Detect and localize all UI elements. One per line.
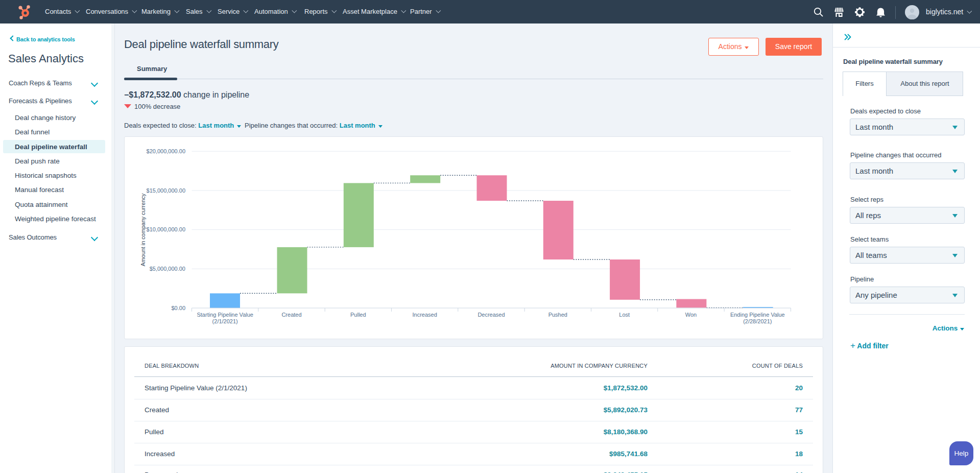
svg-text:Won: Won bbox=[685, 312, 697, 318]
svg-text:Increased: Increased bbox=[413, 312, 437, 318]
svg-text:Decreased: Decreased bbox=[477, 312, 505, 318]
svg-text:Pulled: Pulled bbox=[350, 312, 366, 318]
svg-text:$20,000,000.00: $20,000,000.00 bbox=[147, 148, 185, 154]
svg-text:Ending Pipeline Value: Ending Pipeline Value bbox=[730, 312, 785, 318]
svg-text:$10,000,000.00: $10,000,000.00 bbox=[147, 226, 185, 232]
svg-text:$0.00: $0.00 bbox=[171, 305, 185, 311]
svg-text:$15,000,000.00: $15,000,000.00 bbox=[147, 187, 185, 194]
svg-text:Starting Pipeline Value: Starting Pipeline Value bbox=[197, 312, 253, 318]
svg-text:Pushed: Pushed bbox=[548, 312, 567, 318]
svg-text:Created: Created bbox=[281, 312, 301, 318]
svg-text:$5,000,000.00: $5,000,000.00 bbox=[150, 266, 185, 272]
svg-text:(2/28/2021): (2/28/2021) bbox=[743, 318, 772, 324]
svg-text:(2/1/2021): (2/1/2021) bbox=[212, 318, 238, 324]
svg-text:Lost: Lost bbox=[619, 312, 630, 318]
svg-text:Amount in company currency: Amount in company currency bbox=[140, 193, 146, 266]
